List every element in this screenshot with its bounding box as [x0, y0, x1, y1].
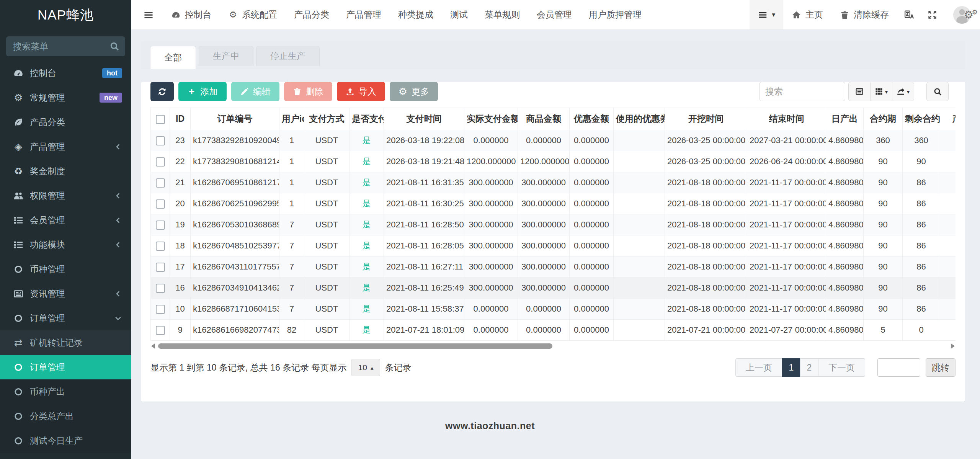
jump-page-input[interactable]	[877, 358, 920, 377]
toolbar-button-删除[interactable]: 删除	[284, 82, 332, 101]
sidebar-item-2[interactable]: 产品分类	[0, 110, 131, 134]
table-row[interactable]: 21k1628670695108612171USDT是2021-08-11 16…	[151, 172, 956, 193]
cell: 90	[864, 214, 903, 235]
row-checkbox[interactable]	[156, 199, 165, 209]
settings-cogs-icon[interactable]: ⚙⚙	[964, 8, 978, 21]
nav-fullscreen[interactable]	[921, 0, 944, 29]
sidebar-item-0[interactable]: 控制台hot	[0, 61, 131, 85]
scrollbar-thumb[interactable]	[158, 343, 552, 349]
tab-2[interactable]: 停止生产	[256, 46, 320, 66]
column-header[interactable]: 是否支付	[350, 108, 384, 130]
toolbar-button-refresh[interactable]	[150, 82, 174, 101]
jump-button[interactable]: 跳转	[926, 358, 956, 377]
search-button[interactable]	[926, 82, 949, 101]
row-checkbox[interactable]	[156, 263, 165, 272]
column-header[interactable]: 使用的优惠券	[614, 108, 665, 130]
search-icon[interactable]	[109, 41, 119, 51]
scroll-right-arrow-icon[interactable]	[951, 343, 955, 349]
table-row[interactable]: 9k162686166982077473682USDT是2021-07-21 1…	[151, 320, 956, 341]
topnav-item-5[interactable]: 测试	[442, 0, 476, 29]
topnav-item-6[interactable]: 菜单规则	[476, 0, 528, 29]
column-header[interactable]: 结束时间	[747, 108, 826, 130]
column-header[interactable]: 用户id	[279, 108, 304, 130]
topnav-item-1[interactable]: ⚙系统配置	[220, 0, 286, 29]
toolbar-button-编辑[interactable]: 编辑	[231, 82, 279, 101]
column-header[interactable]: 合约期	[864, 108, 903, 130]
topnav-item-7[interactable]: 会员管理	[528, 0, 580, 29]
nav-menu-dropdown[interactable]: ▾	[750, 0, 783, 29]
table-row[interactable]: 23k1773832928109200491USDT是2026-03-18 19…	[151, 130, 956, 151]
page-button-2[interactable]: 2	[800, 358, 818, 377]
row-checkbox[interactable]	[156, 157, 165, 167]
table-row[interactable]: 22k1773832908106812141USDT是2026-03-18 19…	[151, 151, 956, 172]
table-search-input[interactable]	[759, 82, 845, 101]
select-all-checkbox[interactable]	[156, 115, 165, 124]
row-checkbox[interactable]	[156, 242, 165, 251]
sidebar-item-3[interactable]: ◈产品管理	[0, 134, 131, 159]
row-checkbox[interactable]	[156, 221, 165, 230]
page-button-1[interactable]: 1	[782, 358, 800, 377]
toolbar-button-更多[interactable]: ⚙更多	[390, 82, 438, 101]
detail-view-button[interactable]	[848, 82, 871, 101]
sidebar-item-4[interactable]: ♻奖金制度	[0, 159, 131, 183]
column-header[interactable]: 商品金额	[518, 108, 570, 130]
scroll-left-arrow-icon[interactable]	[151, 343, 155, 349]
row-checkbox[interactable]	[156, 326, 165, 335]
export-button[interactable]: ▾	[892, 82, 914, 101]
sidebar-search-input[interactable]	[6, 36, 125, 56]
table-row[interactable]: 10k1628668717106041537USDT是2021-08-11 15…	[151, 299, 956, 320]
table-row[interactable]: 17k1628670431101775577USDT是2021-08-11 16…	[151, 256, 956, 278]
sidebar-toggle-icon[interactable]	[134, 10, 163, 20]
app-logo[interactable]: NAP蜂池	[0, 0, 131, 29]
sidebar-subitem-0[interactable]: ⇄矿机转让记录	[0, 330, 131, 355]
topnav-item-2[interactable]: 产品分类	[286, 0, 338, 29]
column-header[interactable]: 支付方式	[304, 108, 350, 130]
toolbar-button-添加[interactable]: +添加	[178, 82, 227, 101]
nav-clear-cache[interactable]: 清除缓存	[831, 0, 897, 29]
sidebar-item-8[interactable]: 币种管理	[0, 257, 131, 281]
column-header[interactable]: 开挖时间	[665, 108, 747, 130]
row-checkbox[interactable]	[156, 136, 165, 145]
nav-home[interactable]: 主页	[783, 0, 831, 29]
table-row[interactable]: 20k1628670625109629951USDT是2021-08-11 16…	[151, 193, 956, 214]
prev-page-button[interactable]: 上一页	[735, 358, 782, 377]
columns-button[interactable]: ▾	[870, 82, 892, 101]
home-icon	[792, 10, 801, 20]
sidebar-item-1[interactable]: ⚙常规管理new	[0, 85, 131, 110]
table-row[interactable]: 19k1628670530103686897USDT是2021-08-11 16…	[151, 214, 956, 235]
column-header[interactable]: ID	[170, 108, 191, 130]
page-size-dropdown[interactable]: 10 ▴	[351, 359, 380, 376]
sidebar-item-10[interactable]: 订单管理	[0, 306, 131, 330]
tab-1[interactable]: 生产中	[199, 46, 253, 66]
sidebar-item-7[interactable]: 功能模块	[0, 232, 131, 257]
row-checkbox[interactable]	[156, 178, 165, 188]
nav-language[interactable]	[897, 0, 921, 29]
column-header[interactable]: 订单编号	[191, 108, 279, 130]
toolbar-button-导入[interactable]: 导入	[337, 82, 385, 101]
next-page-button[interactable]: 下一页	[818, 358, 865, 377]
topnav-item-4[interactable]: 种类提成	[390, 0, 442, 29]
column-header[interactable]: 产品	[940, 108, 956, 130]
row-checkbox[interactable]	[156, 284, 165, 293]
row-checkbox[interactable]	[156, 305, 165, 314]
tab-0[interactable]: 全部	[150, 46, 196, 69]
topnav-item-0[interactable]: 控制台	[163, 0, 220, 29]
sidebar-item-9[interactable]: 资讯管理	[0, 281, 131, 306]
topnav-item-8[interactable]: 用户质押管理	[580, 0, 650, 29]
sidebar-subitem-4[interactable]: 测试今日生产	[0, 428, 131, 453]
sidebar-subitem-1[interactable]: 订单管理	[0, 355, 131, 379]
column-header[interactable]: 实际支付金额	[464, 108, 518, 130]
sidebar-item-6[interactable]: 会员管理	[0, 208, 131, 232]
topnav-item-3[interactable]: 产品管理	[338, 0, 390, 29]
column-header[interactable]: 剩余合约期	[903, 108, 940, 130]
sidebar-subitem-2[interactable]: 币种产出	[0, 379, 131, 404]
sidebar-item-5[interactable]: 权限管理	[0, 183, 131, 208]
cell: 300.000000	[518, 193, 570, 214]
cell: USDT	[304, 299, 350, 320]
sidebar-subitem-3[interactable]: 分类总产出	[0, 404, 131, 428]
column-header[interactable]: 优惠金额	[570, 108, 614, 130]
table-row[interactable]: 16k1628670349104134627USDT是2021-08-11 16…	[151, 278, 956, 299]
column-header[interactable]: 支付时间	[384, 108, 464, 130]
table-row[interactable]: 18k1628670485102539777USDT是2021-08-11 16…	[151, 235, 956, 256]
column-header[interactable]: 日产出	[826, 108, 864, 130]
